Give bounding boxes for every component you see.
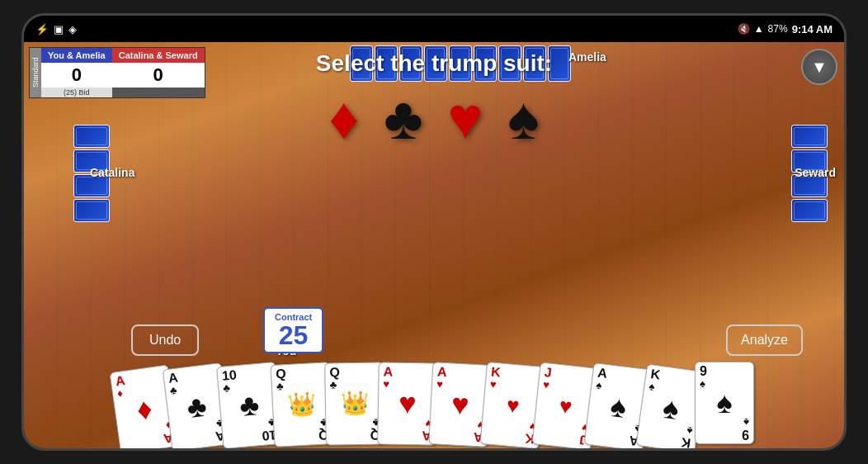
team2-score-col: Catalina & Seward 0 — — [112, 48, 205, 97]
team1-score-col: You & Amelia 0 (25) Bid — [41, 48, 112, 97]
card-suit: ♦ — [116, 387, 123, 399]
info-icon: ▼ — [811, 58, 828, 77]
card-suit: ♥ — [383, 378, 389, 389]
club-suit-button[interactable]: ♣ — [384, 88, 422, 148]
card-suit-bot: ♠ — [743, 417, 749, 428]
card-suit: ♥ — [543, 379, 550, 391]
sim-icon: ▣ — [54, 23, 64, 36]
card-center: ♥ — [399, 389, 417, 419]
card-suit: ♠ — [700, 378, 705, 389]
diamond-suit-button[interactable]: ♦ — [328, 88, 359, 148]
undo-button[interactable]: Undo — [131, 324, 199, 356]
card-center: ♦ — [135, 394, 154, 425]
status-right: 🔇 ▲ 87% 9:14 AM — [738, 23, 833, 36]
battery-level: 87% — [768, 23, 788, 35]
card-back — [73, 125, 110, 148]
card-suit-bot: ♠ — [686, 425, 694, 437]
signal-icon: ▲ — [754, 23, 764, 35]
trump-prompt-text: Select the trump suit: — [316, 50, 552, 77]
card-suit: ♣ — [329, 379, 337, 390]
mode-label: Standard — [30, 48, 41, 97]
contract-badge: Contract 25 — [263, 307, 323, 353]
card-suit: ♥ — [489, 378, 497, 390]
card-rank-bot: 9 — [742, 428, 749, 441]
info-button[interactable]: ▼ — [801, 49, 837, 85]
team2-label: Catalina & Seward — [112, 48, 205, 63]
hand-card-qc2[interactable]: Q ♣ 👑 Q ♣ — [324, 362, 385, 445]
bid-label: (25) Bid — [41, 88, 112, 97]
card-suit: ♣ — [169, 385, 177, 396]
team2-score: 0 — [112, 63, 205, 88]
analyze-button[interactable]: Analyze — [726, 324, 803, 356]
time: 9:14 AM — [792, 23, 833, 36]
heart-suit-button[interactable]: ♥ — [447, 88, 483, 148]
spade-suit-button[interactable]: ♠ — [507, 88, 539, 148]
player-seward-label: Seward — [795, 166, 836, 179]
card-center: ♠ — [609, 391, 628, 423]
card-center: 👑 — [340, 392, 369, 416]
contract-number: 25 — [275, 322, 312, 348]
usb-icon: ⚡ — [35, 23, 49, 36]
score-panel: Standard You & Amelia 0 (25) Bid Catalin… — [29, 47, 205, 98]
card-rank: A — [384, 365, 394, 378]
card-center: ♠ — [716, 388, 732, 418]
card-center: ♥ — [506, 394, 521, 416]
trump-prompt: Select the trump suit: ♦ ♣ ♥ ♠ — [316, 50, 552, 148]
card-back — [791, 199, 828, 222]
wifi-icon: ◈ — [68, 23, 77, 36]
card-rank: Q — [276, 367, 286, 381]
card-suit: ♣ — [276, 381, 284, 391]
hand-card-9s[interactable]: 9 ♠ ♠ 9 ♠ — [695, 362, 754, 444]
card-back — [791, 125, 828, 148]
player-amelia-label: Amelia — [568, 50, 606, 64]
card-back — [73, 199, 110, 222]
game-area: Standard You & Amelia 0 (25) Bid Catalin… — [24, 42, 844, 448]
status-left: ⚡ ▣ ◈ — [35, 23, 77, 36]
card-rank: 9 — [700, 365, 707, 378]
card-rank: Q — [329, 366, 340, 379]
card-center: ♥ — [451, 389, 469, 419]
player-catalina-label: Catalina — [90, 166, 134, 179]
team1-label: You & Amelia — [41, 48, 112, 63]
card-center: 👑 — [287, 392, 317, 417]
team1-score: 0 — [41, 63, 112, 88]
card-center: ♥ — [559, 395, 573, 417]
card-center: ♣ — [186, 391, 209, 424]
hand-area: A ♦ ♦ A ♦ A ♣ ♣ A ♣ 10 ♣ ♣ 10 ♣ — [24, 359, 844, 448]
card-center: ♠ — [661, 393, 681, 424]
card-suit: ♠ — [596, 380, 602, 391]
mute-icon: 🔇 — [738, 23, 750, 35]
status-bar: ⚡ ▣ ◈ 🔇 ▲ 87% 9:14 AM — [24, 16, 844, 42]
card-suit: ♣ — [223, 382, 231, 394]
card-suit: ♠ — [649, 381, 656, 392]
phone-frame: ⚡ ▣ ◈ 🔇 ▲ 87% 9:14 AM Standard You & Ame… — [21, 13, 847, 451]
card-center: ♣ — [238, 390, 261, 421]
trump-suits: ♦ ♣ ♥ ♠ — [316, 88, 552, 148]
card-suit: ♥ — [436, 378, 443, 389]
